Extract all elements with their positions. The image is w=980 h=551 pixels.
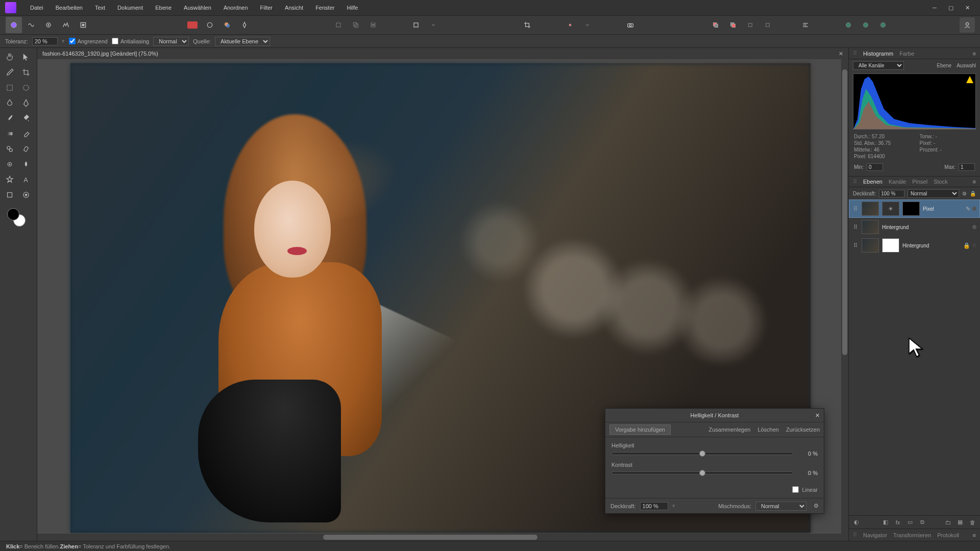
auto-contrast-icon[interactable] xyxy=(236,17,253,33)
shape-tool-icon[interactable] xyxy=(2,172,17,187)
tone-map-persona-icon[interactable] xyxy=(58,17,74,33)
arrange-backward-icon[interactable] xyxy=(760,17,776,33)
crop-tool-icon[interactable] xyxy=(18,65,34,80)
mesh-tool-icon[interactable] xyxy=(18,188,34,202)
auto-levels-icon[interactable] xyxy=(202,17,218,33)
blend-dropdown[interactable]: Normal xyxy=(908,189,959,198)
layers-menu-icon[interactable]: ≡ xyxy=(973,179,976,185)
minimize-button[interactable]: ─ xyxy=(931,4,938,11)
delete-layer-icon[interactable]: 🗑 xyxy=(968,518,977,527)
mask-thumb[interactable] xyxy=(902,202,920,216)
add-live-filter-icon[interactable]: ⧉ xyxy=(918,518,927,527)
tab-pinsel[interactable]: Pinsel xyxy=(912,179,927,185)
menu-auswaehlen[interactable]: Auswählen xyxy=(178,0,217,15)
menu-text[interactable]: Text xyxy=(89,0,111,15)
menu-anordnen[interactable]: Anordnen xyxy=(217,0,254,15)
blend-mode-dropdown[interactable]: Normal xyxy=(153,37,189,46)
camera-icon[interactable] xyxy=(622,17,639,33)
contrast-slider[interactable] xyxy=(611,471,793,474)
tab-ebenen[interactable]: Ebenen xyxy=(863,179,883,185)
merge-button[interactable]: Zusammenlegen xyxy=(708,427,750,433)
pen-tool-icon[interactable] xyxy=(18,96,34,110)
vector-tool-icon[interactable] xyxy=(2,188,17,202)
alignment-dd-icon[interactable] xyxy=(579,17,596,33)
selection-new-icon[interactable] xyxy=(330,17,347,33)
mask-layer-icon[interactable]: ◐ xyxy=(852,518,861,527)
layer-visibility-icon[interactable]: ⠿ xyxy=(852,224,859,231)
sync-icon[interactable] xyxy=(840,17,856,33)
liquify-persona-icon[interactable] xyxy=(23,17,39,33)
layer-row-hintergrund-1[interactable]: ⠿ Hintergrund xyxy=(849,218,980,236)
flood-select-icon[interactable] xyxy=(2,96,17,110)
add-preset-button[interactable]: Vorgabe hinzufügen xyxy=(609,424,671,435)
maximize-button[interactable]: ▢ xyxy=(947,4,954,11)
min-input[interactable] xyxy=(867,163,883,171)
marquee-tool-icon[interactable] xyxy=(18,81,34,95)
text-tool-icon[interactable]: A xyxy=(18,172,34,187)
account-button[interactable] xyxy=(960,17,975,33)
group-layers-icon[interactable]: 🗀 xyxy=(943,518,952,527)
tolerance-input[interactable] xyxy=(32,37,58,45)
selection-subtract-icon[interactable] xyxy=(365,17,381,33)
opacity-input[interactable] xyxy=(879,190,904,197)
blur-tool-icon[interactable] xyxy=(18,157,34,171)
alignment-icon[interactable] xyxy=(562,17,578,33)
export-persona-icon[interactable] xyxy=(75,17,91,33)
color-swatch[interactable] xyxy=(6,207,27,228)
tab-farbe[interactable]: Farbe xyxy=(899,51,914,57)
menu-hilfe[interactable]: Hilfe xyxy=(340,0,364,15)
linear-checkbox[interactable] xyxy=(792,486,799,493)
hist-auswahl-link[interactable]: Auswahl xyxy=(957,63,976,68)
document-tab[interactable]: fashion-6146328_1920.jpg [Geändert] (75.… xyxy=(42,51,158,57)
layer-row-hintergrund-2[interactable]: ⠿ Hintergrund 🔒 xyxy=(849,236,980,255)
align-icon[interactable] xyxy=(797,17,814,33)
sync-upload-icon[interactable] xyxy=(857,17,874,33)
layer-gear-icon[interactable]: ⚙ xyxy=(962,191,967,196)
add-mask-icon[interactable]: ▭ xyxy=(905,518,915,527)
dodge-tool-icon[interactable] xyxy=(2,157,17,171)
delete-button[interactable]: Löschen xyxy=(757,427,779,433)
healing-tool-icon[interactable] xyxy=(18,142,34,156)
vertical-scrollbar[interactable] xyxy=(841,59,848,534)
dialog-close-icon[interactable]: ✕ xyxy=(815,412,820,419)
menu-dokument[interactable]: Dokument xyxy=(111,0,149,15)
paint-brush-icon[interactable] xyxy=(2,111,17,126)
develop-persona-icon[interactable] xyxy=(40,17,57,33)
source-dropdown[interactable]: Aktuelle Ebene xyxy=(215,37,270,46)
arrange-forward-icon[interactable] xyxy=(742,17,758,33)
arrange-front-icon[interactable] xyxy=(707,17,724,33)
brightness-slider[interactable] xyxy=(611,452,793,455)
close-button[interactable]: ✕ xyxy=(964,4,971,11)
hand-tool-icon[interactable] xyxy=(2,50,17,64)
tab-histogramm[interactable]: Histogramm xyxy=(863,51,893,57)
selection-add-icon[interactable] xyxy=(348,17,364,33)
photo-persona-icon[interactable] xyxy=(6,17,22,33)
add-layer-icon[interactable]: ▦ xyxy=(955,518,965,527)
quick-mask-icon[interactable] xyxy=(408,17,424,33)
horizontal-scrollbar[interactable] xyxy=(37,534,848,541)
max-input[interactable] xyxy=(959,163,975,171)
sync-download-icon[interactable] xyxy=(875,17,891,33)
menu-ansicht[interactable]: Ansicht xyxy=(279,0,309,15)
dialog-gear-icon[interactable]: ⚙ xyxy=(814,503,819,509)
tab-kanaele[interactable]: Kanäle xyxy=(889,179,906,185)
tab-navigator[interactable]: Navigator xyxy=(863,532,887,538)
gradient-tool-icon[interactable] xyxy=(2,127,17,141)
dialog-blend-dropdown[interactable]: Normal xyxy=(755,502,806,511)
layer-row-pixel[interactable]: ⠿ ☀ Pixel ✎ xyxy=(849,199,980,218)
add-adjustment-icon[interactable]: ◧ xyxy=(881,518,890,527)
menu-fenster[interactable]: Fenster xyxy=(309,0,340,15)
move-tool-icon[interactable] xyxy=(18,50,34,64)
tab-transformieren[interactable]: Transformieren xyxy=(893,532,931,538)
hist-ebene-link[interactable]: Ebene xyxy=(937,63,951,68)
layer-visibility-icon[interactable]: ⠿ xyxy=(852,242,859,249)
crop-tool-icon[interactable] xyxy=(519,17,535,33)
eraser-tool-icon[interactable] xyxy=(18,127,34,141)
menu-filter[interactable]: Filter xyxy=(254,0,279,15)
tab-stock[interactable]: Stock xyxy=(934,179,948,185)
selection-brush-icon[interactable] xyxy=(2,81,17,95)
auto-color-icon[interactable] xyxy=(219,17,235,33)
bottom-menu-icon[interactable]: ≡ xyxy=(973,532,976,538)
clone-tool-icon[interactable] xyxy=(2,142,17,156)
layer-lock-icon[interactable]: 🔒 xyxy=(970,191,976,196)
